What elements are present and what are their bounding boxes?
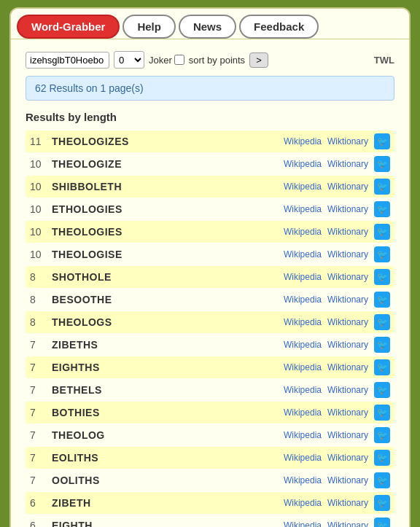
word-text: ZIBETH <box>52 497 183 509</box>
wikipedia-link[interactable]: Wikipedia <box>284 385 322 395</box>
word-length: 7 <box>30 339 52 351</box>
twitter-share-button[interactable]: 🐦 <box>374 427 390 443</box>
word-text: EIGHTHS <box>52 362 183 373</box>
twitter-share-button[interactable]: 🐦 <box>374 518 390 527</box>
word-text: EOLITHS <box>52 452 183 464</box>
word-links: WikipediaWiktionary🐦 <box>284 269 390 285</box>
word-links: WikipediaWiktionary🐦 <box>284 427 390 443</box>
word-row: 7EIGHTHSWikipediaWiktionary🐦 <box>26 356 394 378</box>
wikipedia-link[interactable]: Wikipedia <box>284 362 322 372</box>
number-select[interactable]: 0 1 2 <box>114 51 144 69</box>
word-text: THEOLOGIZE <box>52 158 183 170</box>
wiktionary-link[interactable]: Wiktionary <box>327 407 368 418</box>
tab-word-grabber[interactable]: Word-Grabber <box>17 15 120 39</box>
word-row: 7BOTHIESWikipediaWiktionary🐦 <box>26 402 394 423</box>
joker-checkbox[interactable] <box>174 55 184 65</box>
wikipedia-link[interactable]: Wikipedia <box>284 136 322 147</box>
twitter-share-button[interactable]: 🐦 <box>374 359 390 375</box>
word-row: 7BETHELSWikipediaWiktionary🐦 <box>26 379 394 401</box>
twl-label: TWL <box>374 55 394 66</box>
word-text: ETHOLOGIES <box>52 203 183 215</box>
letters-input[interactable] <box>26 52 109 69</box>
wikipedia-link[interactable]: Wikipedia <box>284 159 322 169</box>
word-length: 7 <box>30 475 52 486</box>
wikipedia-link[interactable]: Wikipedia <box>284 475 322 485</box>
wiktionary-link[interactable]: Wiktionary <box>327 294 368 305</box>
word-text: SHOTHOLE <box>52 271 183 283</box>
wiktionary-link[interactable]: Wiktionary <box>327 181 368 192</box>
wiktionary-link[interactable]: Wiktionary <box>327 340 368 350</box>
word-row: 8BESOOTHEWikipediaWiktionary🐦 <box>26 289 394 311</box>
content-area: 0 1 2 Joker sort by points > TWL 62 Resu… <box>11 39 409 527</box>
word-links: WikipediaWiktionary🐦 <box>284 201 390 217</box>
word-row: 7OOLITHSWikipediaWiktionary🐦 <box>26 469 394 491</box>
wikipedia-link[interactable]: Wikipedia <box>284 340 322 350</box>
word-text: BETHELS <box>52 384 183 396</box>
twitter-share-button[interactable]: 🐦 <box>374 450 390 466</box>
word-row: 7ZIBETHSWikipediaWiktionary🐦 <box>26 334 394 356</box>
word-links: WikipediaWiktionary🐦 <box>284 314 390 330</box>
word-text: THEOLOG <box>52 429 183 441</box>
wiktionary-link[interactable]: Wiktionary <box>327 159 368 169</box>
wikipedia-link[interactable]: Wikipedia <box>284 204 322 214</box>
word-links: WikipediaWiktionary🐦 <box>284 156 390 172</box>
wikipedia-link[interactable]: Wikipedia <box>284 430 322 440</box>
twitter-share-button[interactable]: 🐦 <box>374 472 390 488</box>
twitter-share-button[interactable]: 🐦 <box>374 179 390 195</box>
wiktionary-link[interactable]: Wiktionary <box>327 249 368 259</box>
twitter-share-button[interactable]: 🐦 <box>374 292 390 308</box>
word-length: 6 <box>30 497 52 509</box>
twitter-share-button[interactable]: 🐦 <box>374 246 390 262</box>
twitter-share-button[interactable]: 🐦 <box>374 224 390 240</box>
word-row: 7THEOLOGWikipediaWiktionary🐦 <box>26 424 394 446</box>
tab-news[interactable]: News <box>179 15 236 39</box>
twitter-share-button[interactable]: 🐦 <box>374 269 390 285</box>
word-links: WikipediaWiktionary🐦 <box>284 518 390 527</box>
wikipedia-link[interactable]: Wikipedia <box>284 227 322 237</box>
wiktionary-link[interactable]: Wiktionary <box>327 475 368 485</box>
twitter-share-button[interactable]: 🐦 <box>374 201 390 217</box>
word-length: 10 <box>30 158 52 170</box>
twitter-share-button[interactable]: 🐦 <box>374 156 390 172</box>
word-links: WikipediaWiktionary🐦 <box>284 472 390 488</box>
wikipedia-link[interactable]: Wikipedia <box>284 294 322 305</box>
twitter-share-button[interactable]: 🐦 <box>374 405 390 421</box>
wiktionary-link[interactable]: Wiktionary <box>327 272 368 282</box>
wiktionary-link[interactable]: Wiktionary <box>327 227 368 237</box>
wikipedia-link[interactable]: Wikipedia <box>284 407 322 418</box>
wiktionary-link[interactable]: Wiktionary <box>327 136 368 147</box>
word-links: WikipediaWiktionary🐦 <box>284 450 390 466</box>
wikipedia-link[interactable]: Wikipedia <box>284 453 322 463</box>
wikipedia-link[interactable]: Wikipedia <box>284 272 322 282</box>
twitter-share-button[interactable]: 🐦 <box>374 382 390 398</box>
wikipedia-link[interactable]: Wikipedia <box>284 249 322 259</box>
word-length: 6 <box>30 520 52 527</box>
word-row: 6EIGHTHWikipediaWiktionary🐦 <box>26 515 394 527</box>
twitter-share-button[interactable]: 🐦 <box>374 133 390 149</box>
word-text: SHIBBOLETH <box>52 181 183 192</box>
word-length: 8 <box>30 294 52 305</box>
wiktionary-link[interactable]: Wiktionary <box>327 362 368 372</box>
twitter-share-button[interactable]: 🐦 <box>374 337 390 353</box>
wiktionary-link[interactable]: Wiktionary <box>327 430 368 440</box>
wiktionary-link[interactable]: Wiktionary <box>327 453 368 463</box>
wikipedia-link[interactable]: Wikipedia <box>284 317 322 327</box>
twitter-share-button[interactable]: 🐦 <box>374 314 390 330</box>
wikipedia-link[interactable]: Wikipedia <box>284 520 322 527</box>
wiktionary-link[interactable]: Wiktionary <box>327 317 368 327</box>
wiktionary-link[interactable]: Wiktionary <box>327 520 368 527</box>
word-row: 10THEOLOGISEWikipediaWiktionary🐦 <box>26 243 394 265</box>
wiktionary-link[interactable]: Wiktionary <box>327 385 368 395</box>
wikipedia-link[interactable]: Wikipedia <box>284 498 322 508</box>
wiktionary-link[interactable]: Wiktionary <box>327 204 368 214</box>
tab-feedback[interactable]: Feedback <box>239 15 319 39</box>
sort-arrow-button[interactable]: > <box>249 52 268 68</box>
wikipedia-link[interactable]: Wikipedia <box>284 181 322 192</box>
word-row: 10THEOLOGIZEWikipediaWiktionary🐦 <box>26 153 394 175</box>
word-length: 10 <box>30 203 52 215</box>
word-row: 8THEOLOGSWikipediaWiktionary🐦 <box>26 311 394 333</box>
twitter-share-button[interactable]: 🐦 <box>374 495 390 511</box>
tab-help[interactable]: Help <box>122 15 176 39</box>
joker-label: Joker <box>149 55 184 66</box>
wiktionary-link[interactable]: Wiktionary <box>327 498 368 508</box>
